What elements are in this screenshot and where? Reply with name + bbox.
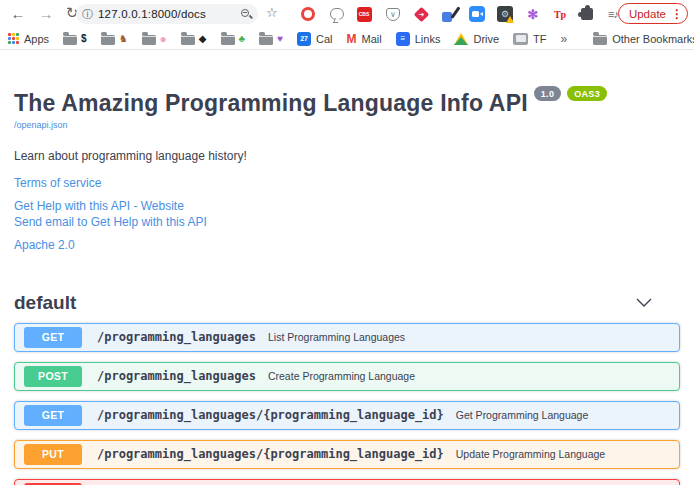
folder-icon xyxy=(101,35,115,45)
endpoint-post-create[interactable]: POST /programming_languages Create Progr… xyxy=(14,362,680,391)
endpoint-path: /programming_languages/{programming_lang… xyxy=(97,408,444,422)
opera-ring-icon[interactable] xyxy=(299,5,317,23)
endpoint-summary: List Programming Languages xyxy=(268,331,405,343)
bookmark-folder-dollar[interactable]: $ xyxy=(63,33,87,45)
endpoint-path: /programming_languages xyxy=(97,330,256,344)
calendar-icon: 27 xyxy=(297,32,311,46)
bookmarks-overflow[interactable]: » xyxy=(561,32,568,46)
chevron-double-icon: » xyxy=(561,32,568,46)
bookmark-folder-grad-cap[interactable]: ◆ xyxy=(181,33,207,45)
operations-list: GET /programming_languages List Programm… xyxy=(14,323,680,485)
color-picker-icon[interactable] xyxy=(440,5,458,23)
site-info-icon[interactable]: ⓘ xyxy=(82,7,93,22)
drive-icon xyxy=(454,33,468,45)
zoom-camera-icon[interactable] xyxy=(468,5,486,23)
apps-grid-icon xyxy=(8,33,19,44)
folder-icon xyxy=(259,35,273,45)
purple-flower-icon[interactable]: ✻ xyxy=(524,5,542,23)
diamond-arrow-icon[interactable] xyxy=(412,5,430,23)
kebab-menu-icon[interactable]: ⋮ xyxy=(671,7,683,21)
endpoint-get-one[interactable]: GET /programming_languages/{programming_… xyxy=(14,401,680,430)
endpoint-delete[interactable]: DELETE /programming_languages/{programmi… xyxy=(14,479,680,485)
get-help-website-link[interactable]: Get Help with this API - Website xyxy=(14,199,680,213)
url-text[interactable]: 127.0.0.1:8000/docs xyxy=(98,8,239,20)
endpoint-put-update[interactable]: PUT /programming_languages/{programming_… xyxy=(14,440,680,469)
gmail-icon: M xyxy=(347,32,357,46)
update-button[interactable]: Update ⋮ xyxy=(618,3,688,24)
endpoint-path: /programming_languages xyxy=(97,369,256,383)
version-badge: 1.0 xyxy=(534,86,561,101)
gear-warning-icon[interactable]: ⚙ xyxy=(496,5,514,23)
endpoint-path: /programming_languages/{programming_lang… xyxy=(97,447,444,461)
back-icon[interactable]: ← xyxy=(8,3,28,23)
address-bar[interactable]: ⓘ 127.0.0.1:8000/docs xyxy=(76,4,258,24)
swagger-page: The Amazing Programming Language Info AP… xyxy=(0,86,694,485)
bookmark-cal[interactable]: 27 Cal xyxy=(297,32,333,46)
endpoint-summary: Update Programming Language xyxy=(456,448,605,460)
bookmark-star-icon[interactable]: ☆ xyxy=(266,5,278,20)
bookmark-folder-horse[interactable]: ♞ xyxy=(101,33,128,45)
folder-icon xyxy=(142,35,156,45)
tf-icon xyxy=(513,33,528,45)
forward-icon[interactable]: → xyxy=(36,3,56,23)
bookmark-folder-purple-heart[interactable]: ♥ xyxy=(259,33,283,45)
folder-icon xyxy=(221,35,235,45)
tag-section-default[interactable]: default xyxy=(14,292,680,314)
method-badge: PUT xyxy=(24,444,82,465)
pocket-icon[interactable]: ∨ xyxy=(384,5,402,23)
bookmarks-bar: Apps $ ♞ ● ◆ ♣ ♥ 27 Cal M Mail ≡ Links D… xyxy=(0,28,694,50)
method-badge: POST xyxy=(24,366,82,387)
bookmark-drive[interactable]: Drive xyxy=(454,33,499,45)
zoom-out-icon[interactable] xyxy=(241,9,252,20)
chevron-down-icon[interactable] xyxy=(636,298,652,308)
page-title: The Amazing Programming Language Info AP… xyxy=(14,86,680,117)
endpoint-summary: Get Programming Language xyxy=(456,409,589,421)
terms-of-service-link[interactable]: Terms of service xyxy=(14,176,680,190)
folder-icon xyxy=(593,35,607,45)
bookmark-links[interactable]: ≡ Links xyxy=(396,32,441,46)
bookmark-tf[interactable]: TF xyxy=(513,33,546,45)
tp-icon[interactable]: Tp xyxy=(551,5,569,23)
bookmark-folder-green[interactable]: ♣ xyxy=(221,33,246,45)
api-links: Terms of service Get Help with this API … xyxy=(14,176,680,252)
oas3-badge: OAS3 xyxy=(567,86,607,101)
folder-icon xyxy=(63,35,77,45)
chat-bubble-icon[interactable] xyxy=(328,5,346,23)
extensions-puzzle-icon[interactable] xyxy=(578,5,596,23)
api-description: Learn about programming language history… xyxy=(14,149,680,163)
other-bookmarks[interactable]: Other Bookmarks xyxy=(593,33,694,45)
send-email-link[interactable]: Send email to Get Help with this API xyxy=(14,215,680,229)
openapi-json-link[interactable]: /openapi.json xyxy=(14,120,680,130)
links-icon: ≡ xyxy=(396,32,410,46)
bookmark-apps[interactable]: Apps xyxy=(8,33,49,45)
endpoint-get-list[interactable]: GET /programming_languages List Programm… xyxy=(14,323,680,352)
cbs-icon[interactable]: CBS xyxy=(355,5,373,23)
endpoint-summary: Create Programming Language xyxy=(268,370,415,382)
bookmark-folder-brain[interactable]: ● xyxy=(142,32,167,46)
bookmark-mail[interactable]: M Mail xyxy=(347,32,382,46)
section-title: default xyxy=(14,292,76,314)
method-badge: GET xyxy=(24,327,82,348)
folder-icon xyxy=(181,35,195,45)
method-badge: GET xyxy=(24,405,82,426)
browser-toolbar: ← → ↻ ⓘ 127.0.0.1:8000/docs ☆ CBS ∨ ⚙ ✻ … xyxy=(0,0,694,28)
license-link[interactable]: Apache 2.0 xyxy=(14,238,680,252)
